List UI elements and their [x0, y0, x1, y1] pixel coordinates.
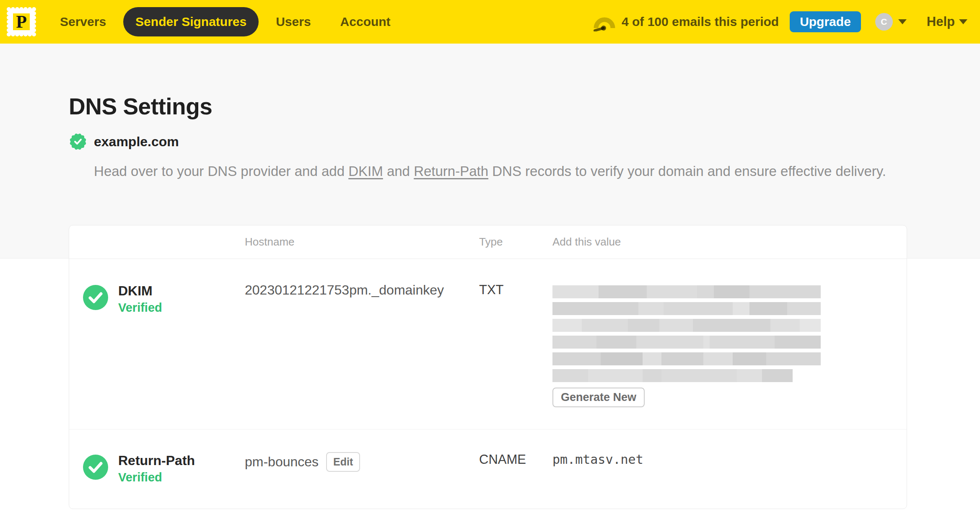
desc-text: Head over to your DNS provider and add [94, 163, 348, 179]
help-label: Help [927, 14, 955, 29]
dkim-link[interactable]: DKIM [348, 163, 383, 179]
nav-item-users[interactable]: Users [276, 15, 311, 29]
upgrade-button[interactable]: Upgrade [790, 11, 861, 32]
desc-text: DNS records to verify your domain and en… [488, 163, 886, 179]
main-nav: Servers Sender Signatures Users Account [60, 7, 391, 36]
top-navbar: P Servers Sender Signatures Users Accoun… [0, 0, 980, 44]
domain-name: example.com [94, 134, 179, 150]
chevron-down-icon [898, 19, 907, 24]
generate-new-button[interactable]: Generate New [552, 388, 645, 407]
navbar-right: 4 of 100 emails this period Upgrade C He… [593, 11, 967, 32]
dns-records-card: Hostname Type Add this value DKIM Verifi… [69, 225, 907, 509]
header-add-this-value: Add this value [552, 235, 907, 248]
usage-gauge-icon [593, 12, 616, 31]
table-row-return-path: Return-Path Verified pm-bounces Edit CNA… [69, 429, 907, 509]
page-title: DNS Settings [69, 93, 911, 120]
table-row-dkim: DKIM Verified 20230121221753pm._domainke… [69, 259, 907, 429]
chevron-down-icon [959, 19, 967, 24]
verified-seal-icon [69, 132, 87, 151]
avatar[interactable]: C [875, 13, 893, 31]
return-path-value: pm.mtasv.net [552, 452, 643, 467]
verified-check-icon [83, 455, 108, 480]
nav-item-servers[interactable]: Servers [60, 15, 106, 29]
record-status: Verified [118, 301, 162, 315]
return-path-hostname: pm-bounces [245, 454, 319, 470]
verified-check-icon [83, 285, 108, 310]
dns-instructions: Head over to your DNS provider and add D… [69, 161, 911, 182]
domain-row: example.com [69, 132, 911, 151]
logo-letter: P [16, 12, 27, 31]
postmark-logo[interactable]: P [5, 5, 38, 38]
header-type: Type [479, 235, 552, 248]
record-name: Return-Path [118, 452, 195, 469]
nav-item-sender-signatures[interactable]: Sender Signatures [123, 7, 259, 36]
desc-text: and [383, 163, 414, 179]
account-menu[interactable]: C [875, 13, 907, 31]
table-header-row: Hostname Type Add this value [69, 225, 907, 259]
usage-summary: 4 of 100 emails this period [622, 15, 779, 29]
record-status: Verified [118, 471, 195, 484]
edit-button[interactable]: Edit [326, 452, 360, 472]
nav-item-account[interactable]: Account [340, 15, 391, 29]
help-menu[interactable]: Help [927, 14, 967, 29]
dkim-hostname: 20230121221753pm._domainkey [245, 282, 444, 297]
header-hostname: Hostname [245, 235, 479, 248]
return-path-record-type: CNAME [479, 452, 526, 467]
redacted-dkim-value [552, 285, 821, 382]
dkim-record-type: TXT [479, 282, 504, 297]
return-path-link[interactable]: Return-Path [414, 163, 488, 179]
record-name: DKIM [118, 282, 162, 299]
